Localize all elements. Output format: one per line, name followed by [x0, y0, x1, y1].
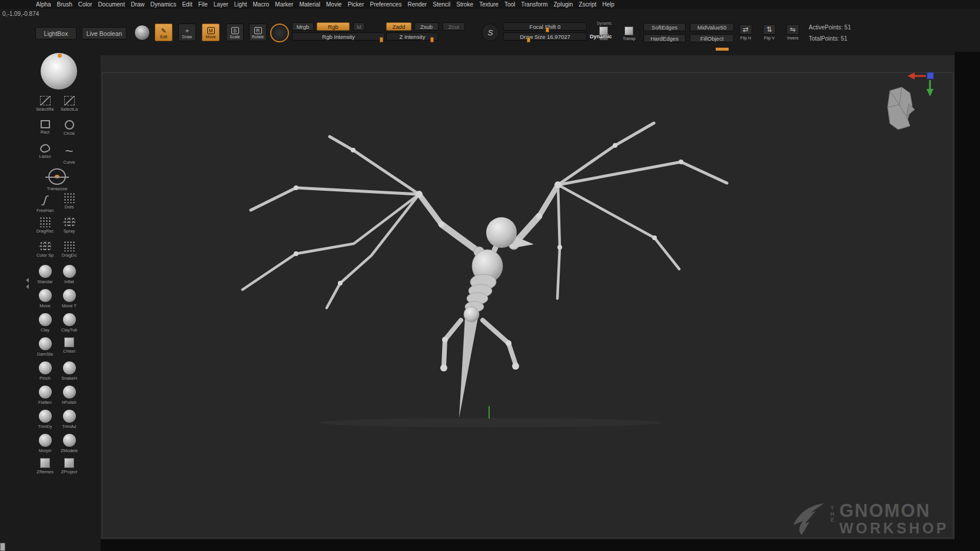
menu-item[interactable]: Material: [296, 1, 323, 8]
lightbox-button[interactable]: LightBox: [35, 27, 77, 39]
rgb-button[interactable]: Rgb: [317, 22, 350, 31]
menu-item[interactable]: Texture: [476, 1, 501, 8]
menu-item[interactable]: Marker: [272, 1, 296, 8]
tool-label: Standar: [37, 279, 52, 284]
current-brush-preview[interactable]: [270, 24, 289, 42]
gnomon-swoosh-icon: [791, 502, 825, 537]
shelf-tool-button[interactable]: DamSta: [33, 336, 57, 360]
shelf-tool-button[interactable]: Chisel: [57, 336, 81, 360]
live-boolean-button[interactable]: Live Boolean: [82, 27, 127, 39]
menu-item[interactable]: Tool: [501, 1, 518, 8]
tool-icon: [39, 361, 52, 374]
zadd-button[interactable]: Zadd: [386, 22, 411, 31]
menu-item[interactable]: Zplugin: [551, 1, 576, 8]
tool-label: Move T: [62, 303, 77, 308]
menu-item[interactable]: Alpha: [33, 1, 54, 8]
menu-item[interactable]: Stroke: [453, 1, 476, 8]
tool-icon: [63, 361, 76, 374]
shelf-tool-button[interactable]: Clay: [33, 311, 57, 336]
panel-collapse-arrow[interactable]: [26, 278, 29, 289]
shelf-tool-button[interactable]: Circle: [57, 118, 81, 142]
menu-item[interactable]: Render: [404, 1, 430, 8]
shelf-tool-button[interactable]: DragDo: [57, 239, 81, 263]
material-preview-sphere[interactable]: [41, 53, 77, 89]
shelf-tool-button[interactable]: SelectRe: [33, 94, 57, 118]
focal-shift-slider[interactable]: Focal Shift 0: [503, 22, 587, 31]
mid-value-button[interactable]: MidValue50: [690, 23, 734, 31]
menu-item[interactable]: Preferences: [367, 1, 404, 8]
shelf-tool-button[interactable]: Transpose: [33, 167, 81, 191]
menu-item[interactable]: Zscript: [576, 1, 599, 8]
shelf-tool-button[interactable]: Pinch: [33, 360, 57, 384]
fill-object-button[interactable]: FillObject: [690, 34, 734, 42]
menu-item[interactable]: Document: [95, 1, 128, 8]
menu-item[interactable]: Draw: [128, 1, 147, 8]
zcut-button[interactable]: Zcut: [443, 22, 465, 31]
shelf-tool-button[interactable]: SelectLa: [57, 94, 81, 118]
shelf-tool-button[interactable]: Dots: [57, 191, 81, 215]
shelf-tool-button[interactable]: FreeHan: [33, 191, 57, 215]
focal-shift-handle[interactable]: [546, 27, 549, 32]
draw-mode-button[interactable]: + Draw: [178, 24, 196, 41]
edit-mode-button[interactable]: ✎ Edit: [155, 24, 172, 41]
menu-item[interactable]: Layer: [211, 1, 231, 8]
menu-item[interactable]: Color: [75, 1, 95, 8]
shelf-tool-button[interactable]: TrimDy: [33, 408, 57, 432]
menu-item[interactable]: Picker: [345, 1, 367, 8]
shelf-tool-button[interactable]: TrimAd: [57, 408, 81, 432]
shelf-tool-button[interactable]: SnakeH: [57, 360, 81, 384]
draw-size-handle[interactable]: [527, 37, 530, 42]
shelf-tool-button[interactable]: Move: [33, 287, 57, 311]
solo-button[interactable]: Solo: [599, 26, 608, 41]
menu-item[interactable]: Light: [231, 1, 250, 8]
shelf-tool-button[interactable]: Flatten: [33, 384, 57, 408]
scrollbar-nub[interactable]: [0, 543, 5, 551]
shelf-tool-button[interactable]: Standar: [33, 263, 57, 287]
menu-item[interactable]: Help: [599, 1, 617, 8]
viewport-canvas[interactable]: THE GNOMON WORKSHOP: [101, 55, 955, 539]
shelf-tool-button[interactable]: ClayTub: [57, 311, 81, 336]
soft-edges-button[interactable]: SoftEdges: [643, 23, 686, 31]
menu-item[interactable]: File: [195, 1, 211, 8]
shelf-tool-button[interactable]: Rect: [33, 118, 57, 142]
shelf-tool-button[interactable]: Curve: [57, 142, 81, 167]
rgb-intensity-handle[interactable]: [380, 37, 383, 42]
flip-h-button[interactable]: ⇄ Flip H: [739, 24, 752, 40]
flip-v-button[interactable]: ⇅ Flip V: [763, 24, 776, 40]
shelf-tool-button[interactable]: Morph: [33, 432, 57, 456]
shelf-tool-button[interactable]: Inflat: [57, 263, 81, 287]
stroke-type-icon[interactable]: S: [481, 24, 499, 41]
shelf-tool-button[interactable]: ZModele: [57, 432, 81, 456]
menu-item[interactable]: Movie: [323, 1, 345, 8]
scale-mode-button[interactable]: S Scale: [226, 24, 244, 41]
z-intensity-slider[interactable]: Z Intensity: [386, 32, 438, 41]
shelf-tool-button[interactable]: hPolish: [57, 384, 81, 408]
draw-size-slider[interactable]: Draw Size 16.97027: [503, 32, 587, 41]
shelf-tool-button[interactable]: Color Sp: [33, 239, 57, 263]
shelf-tool-button[interactable]: ZProject: [57, 456, 81, 480]
transp-button[interactable]: Transp: [623, 26, 636, 41]
menu-item[interactable]: Dynamics: [148, 1, 180, 8]
rotate-mode-button[interactable]: R Rotate: [249, 24, 267, 41]
shelf-tool-button[interactable]: Spray: [57, 215, 81, 239]
menu-item[interactable]: Transform: [518, 1, 550, 8]
shelf-tool-button[interactable]: Lasso: [33, 142, 57, 167]
accent-indicator-bar: [716, 48, 729, 51]
invers-button[interactable]: ⇋ Invers: [786, 24, 799, 40]
menu-item[interactable]: Edit: [179, 1, 195, 8]
hard-edges-button[interactable]: HardEdges: [643, 34, 686, 42]
mrgb-button[interactable]: Mrgb: [292, 22, 314, 31]
m-button[interactable]: M: [353, 22, 365, 31]
z-intensity-handle[interactable]: [430, 37, 434, 42]
axis-gizmo-and-head-preview[interactable]: [868, 71, 944, 138]
menu-item[interactable]: Stencil: [430, 1, 453, 8]
shelf-tool-button[interactable]: Move T: [57, 287, 81, 311]
shelf-tool-button[interactable]: ZRemes: [33, 456, 57, 480]
shelf-tool-button[interactable]: DragRec: [33, 215, 57, 239]
menu-item[interactable]: Brush: [54, 1, 75, 8]
rgb-intensity-slider[interactable]: Rgb Intensity: [292, 32, 385, 41]
zsub-button[interactable]: Zsub: [414, 22, 438, 31]
spotlight-sphere-icon[interactable]: [134, 25, 150, 41]
move-mode-button[interactable]: M Move: [202, 24, 220, 41]
menu-item[interactable]: Macro: [250, 1, 273, 8]
